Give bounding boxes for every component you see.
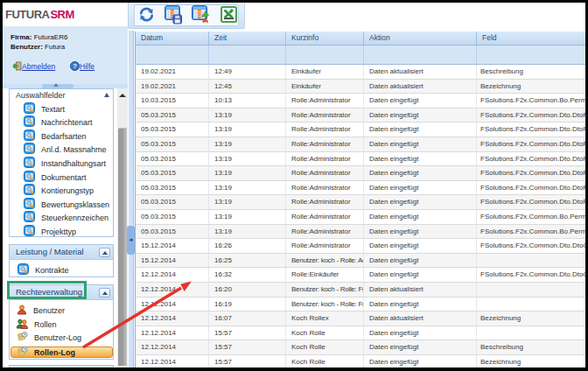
svg-text:?: ? bbox=[73, 62, 77, 70]
